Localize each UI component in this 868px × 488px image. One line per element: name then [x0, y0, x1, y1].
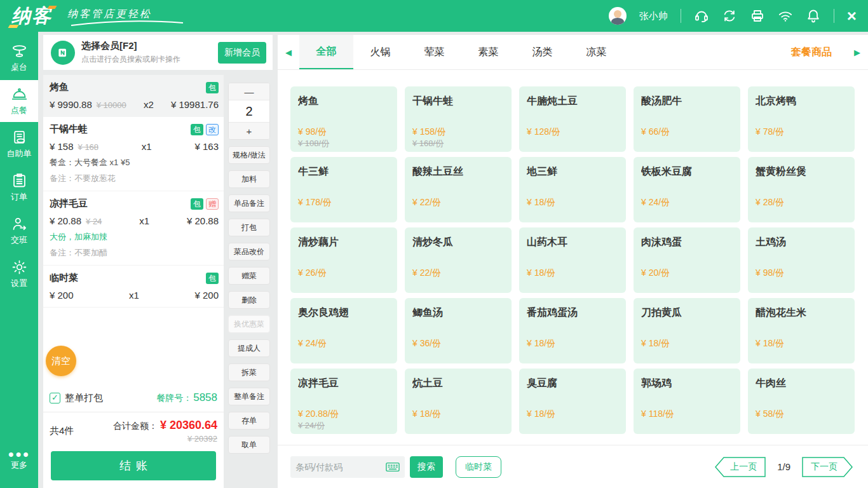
qty-plus-button[interactable]: + — [229, 123, 269, 139]
qty-minus-button[interactable]: — — [229, 83, 269, 100]
order-item-price: ¥ 158 — [50, 141, 74, 152]
gift-badge: 赠 — [206, 198, 219, 210]
temp-dish-button[interactable]: 临时菜 — [456, 456, 501, 478]
order-item-name: 干锅牛蛙 — [50, 123, 88, 135]
tab-vegetable[interactable]: 素菜 — [461, 35, 515, 69]
dish-card[interactable]: 刀拍黄瓜¥ 18/份 — [634, 298, 740, 363]
add-ingredient-button[interactable]: 加料 — [228, 170, 270, 188]
sidebar-item-settings[interactable]: 设置 — [0, 253, 38, 295]
dish-card[interactable]: 凉拌毛豆¥ 20.88/份¥ 24/份 — [290, 369, 397, 434]
dish-card[interactable]: 土鸡汤¥ 98/份 — [748, 227, 855, 293]
tab-soup[interactable]: 汤类 — [515, 35, 569, 69]
tab-hotpot[interactable]: 火锅 — [353, 35, 407, 69]
delete-button[interactable]: 删除 — [228, 291, 270, 309]
printer-icon[interactable] — [750, 8, 765, 24]
pack-whole-order-checkbox[interactable]: ✓ — [50, 393, 60, 403]
more-dots-icon: ●●● — [8, 451, 31, 458]
dish-card[interactable]: 酸辣土豆丝¥ 22/份 — [405, 157, 512, 222]
order-item-name: 烤鱼 — [50, 81, 69, 93]
sidebar-item-self-order[interactable]: 自助单 — [0, 123, 38, 165]
dish-card[interactable]: 清炒冬瓜¥ 22/份 — [405, 227, 512, 293]
sidebar-item-tables[interactable]: 桌台 — [0, 37, 38, 79]
sync-icon[interactable] — [722, 8, 737, 24]
divider — [681, 9, 681, 23]
dish-card[interactable]: 臭豆腐¥ 18/份 — [519, 369, 626, 434]
search-button[interactable]: 搜索 — [410, 456, 443, 478]
tab-all[interactable]: 全部 — [299, 35, 353, 69]
change-price-button[interactable]: 菜品改价 — [228, 243, 270, 261]
combo-products-tab[interactable]: 套餐商品 — [776, 35, 846, 69]
sidebar: 桌台 点餐 自助单 订单 交班 设置 ●●● 更多 — [0, 32, 38, 488]
commission-person-button[interactable]: 提成人 — [228, 339, 270, 357]
item-remark-button[interactable]: 单品备注 — [228, 194, 270, 212]
pack-badge: 包 — [206, 273, 219, 284]
order-item-original-price: ¥ 168 — [78, 142, 99, 152]
order-item-qty: x1 — [139, 215, 149, 226]
bell-icon[interactable] — [806, 8, 821, 24]
checkout-button[interactable]: 结账 — [51, 451, 216, 480]
sidebar-item-order-food[interactable]: 点餐 — [0, 80, 38, 122]
headset-icon[interactable] — [694, 8, 709, 24]
dish-card[interactable]: 蟹黄粉丝煲¥ 28/份 — [748, 157, 855, 222]
clear-order-button[interactable]: 清空 — [46, 346, 76, 376]
keyboard-icon[interactable] — [386, 462, 400, 472]
dish-card[interactable]: 炕土豆¥ 18/份 — [405, 369, 512, 434]
tab-cold-dish[interactable]: 凉菜 — [569, 35, 623, 69]
dish-card[interactable]: 鲫鱼汤¥ 36/份 — [405, 298, 512, 363]
order-item-row[interactable]: 烤鱼 包 ¥ 9990.88 ¥ 10000 x2 ¥ 19981.76 — [43, 75, 224, 117]
dish-card[interactable]: 郭场鸡¥ 118/份 — [634, 369, 740, 434]
dish-card[interactable]: 干锅牛蛙¥ 158/份¥ 168/份 — [405, 86, 512, 152]
dish-card[interactable]: 铁板米豆腐¥ 24/份 — [634, 157, 740, 222]
retrieve-order-button[interactable]: 取单 — [228, 436, 270, 454]
dish-card[interactable]: 肉沫鸡蛋¥ 20/份 — [634, 227, 740, 293]
quantity-stepper: — 2 + — [228, 83, 270, 140]
user-name: 张小帅 — [639, 10, 668, 22]
dish-card[interactable]: 牛肉丝¥ 58/份 — [748, 369, 855, 434]
member-panel[interactable]: 选择会员[F2] 点击进行会员搜索或刷卡操作 新增会员 — [43, 35, 273, 70]
prev-page-button[interactable]: 上一页 — [715, 457, 766, 477]
dish-card[interactable]: 醋泡花生米¥ 18/份 — [748, 298, 855, 363]
sidebar-item-shift-change[interactable]: 交班 — [0, 210, 38, 252]
dish-card[interactable]: 牛三鲜¥ 178/份 — [290, 157, 397, 222]
close-icon[interactable]: × — [847, 9, 857, 23]
dish-card[interactable]: 北京烤鸭¥ 78/份 — [748, 86, 855, 152]
order-item-extra: 餐盒：大号餐盒 x1 ¥5 — [50, 157, 219, 168]
dish-card[interactable]: 奥尔良鸡翅¥ 24/份 — [290, 298, 397, 363]
order-item-row[interactable]: 临时菜 包 ¥ 200 x1 ¥ 200 — [43, 266, 224, 308]
tabs-scroll-right-icon[interactable]: ▶ — [846, 35, 868, 69]
wifi-icon[interactable] — [778, 8, 793, 24]
logo-slogan: 纳客管店更轻松 — [67, 8, 152, 21]
dish-card[interactable]: 山药木耳¥ 18/份 — [519, 227, 626, 293]
order-item-row[interactable]: 凉拌毛豆 包 赠 ¥ 20.88 ¥ 24 x1 ¥ 20.88 大份，加麻加辣… — [43, 191, 224, 266]
order-item-original-price: ¥ 24 — [86, 217, 102, 226]
dish-card[interactable]: 酸汤肥牛¥ 66/份 — [634, 86, 740, 152]
barcode-input-wrap — [290, 456, 405, 478]
sidebar-item-orders[interactable]: 订单 — [0, 166, 38, 208]
avatar[interactable] — [609, 7, 627, 25]
dish-card[interactable]: 清炒藕片¥ 26/份 — [290, 227, 397, 293]
gift-dish-button[interactable]: 赠菜 — [228, 267, 270, 285]
dish-card[interactable]: 烤鱼¥ 98/份¥ 108/份 — [290, 86, 397, 152]
gear-icon — [11, 259, 28, 276]
tab-meat[interactable]: 荤菜 — [407, 35, 461, 69]
order-item-total: ¥ 163 — [194, 141, 219, 152]
next-page-button[interactable]: 下一页 — [802, 457, 853, 477]
tabs-scroll-left-icon[interactable]: ◀ — [278, 35, 299, 69]
order-item-row[interactable]: 干锅牛蛙 包 改 ¥ 158 ¥ 168 x1 ¥ 163 餐盒：大号餐盒 x1… — [43, 117, 224, 191]
table-icon — [11, 43, 28, 60]
save-order-button[interactable]: 存单 — [228, 412, 270, 430]
order-panel: 烤鱼 包 ¥ 9990.88 ¥ 10000 x2 ¥ 19981.76 干锅牛… — [43, 75, 224, 488]
sidebar-item-more[interactable]: ●●● 更多 — [0, 440, 38, 482]
split-dish-button[interactable]: 拆菜 — [228, 363, 270, 381]
pack-button[interactable]: 打包 — [228, 219, 270, 236]
order-item-qty: x1 — [142, 141, 152, 152]
dish-card[interactable]: 番茄鸡蛋汤¥ 18/份 — [519, 298, 626, 363]
dish-card[interactable]: 地三鲜¥ 18/份 — [519, 157, 626, 222]
barcode-input[interactable] — [295, 462, 386, 472]
order-remark-button[interactable]: 整单备注 — [228, 388, 270, 405]
category-tabbar: ◀ 全部 火锅 荤菜 素菜 汤类 凉菜 套餐商品 ▶ — [278, 35, 868, 70]
order-item-note: 备注：不要放葱花 — [50, 173, 219, 184]
add-member-button[interactable]: 新增会员 — [218, 42, 266, 64]
dish-card[interactable]: 牛腩炖土豆¥ 128/份 — [519, 86, 626, 152]
spec-method-button[interactable]: 规格/做法 — [228, 146, 270, 164]
